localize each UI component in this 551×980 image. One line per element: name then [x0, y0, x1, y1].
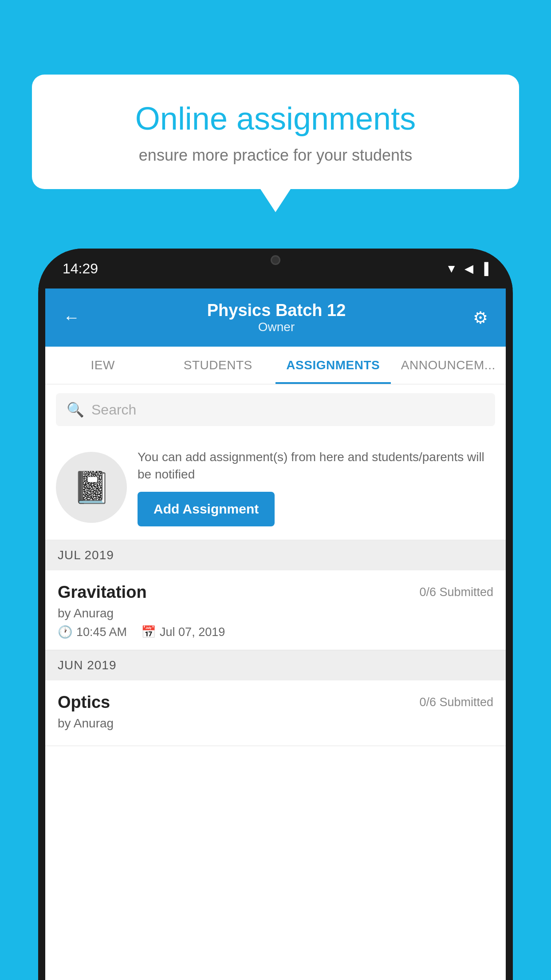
promo-icon-circle: 📓	[56, 452, 127, 523]
phone-device: 14:29 ▼ ◀ ▐ ← Physics Batch 12 Owner ⚙ I…	[38, 249, 513, 980]
assignment-top-row: Gravitation 0/6 Submitted	[58, 583, 493, 602]
bubble-subtitle: ensure more practice for your students	[63, 146, 488, 165]
calendar-icon: 📅	[141, 625, 156, 639]
app-header: ← Physics Batch 12 Owner ⚙	[45, 288, 506, 347]
promo-text: You can add assignment(s) from here and …	[138, 448, 495, 483]
time-value-gravitation: 10:45 AM	[76, 625, 127, 639]
search-bar-container: 🔍 Search	[45, 384, 506, 435]
meta-date-gravitation: 📅 Jul 07, 2019	[141, 625, 225, 639]
search-placeholder: Search	[91, 402, 136, 418]
wifi-icon: ▼	[446, 262, 457, 276]
assignment-item-gravitation[interactable]: Gravitation 0/6 Submitted by Anurag 🕐 10…	[45, 570, 506, 650]
tab-announcements[interactable]: ANNOUNCEM...	[391, 347, 506, 384]
signal-icon: ◀	[464, 262, 473, 276]
notebook-icon: 📓	[72, 469, 111, 506]
speech-bubble: Online assignments ensure more practice …	[32, 75, 519, 189]
header-subtitle: Owner	[207, 320, 346, 334]
meta-time-gravitation: 🕐 10:45 AM	[58, 625, 127, 639]
tab-students[interactable]: STUDENTS	[161, 347, 276, 384]
tabs-bar: IEW STUDENTS ASSIGNMENTS ANNOUNCEM...	[45, 347, 506, 384]
date-value-gravitation: Jul 07, 2019	[160, 625, 225, 639]
bubble-title: Online assignments	[63, 101, 488, 136]
assignment-by-optics: by Anurag	[58, 716, 493, 731]
clock-icon: 🕐	[58, 625, 73, 639]
promo-content: You can add assignment(s) from here and …	[138, 448, 495, 526]
assignment-promo: 📓 You can add assignment(s) from here an…	[45, 435, 506, 540]
status-time: 14:29	[63, 261, 98, 277]
month-header-jun: JUN 2019	[45, 650, 506, 680]
assignment-meta-gravitation: 🕐 10:45 AM 📅 Jul 07, 2019	[58, 625, 493, 639]
assignment-by-gravitation: by Anurag	[58, 606, 493, 620]
status-bar: 14:29 ▼ ◀ ▐	[38, 249, 513, 288]
back-button[interactable]: ←	[63, 308, 80, 327]
tab-assignments[interactable]: ASSIGNMENTS	[276, 347, 391, 384]
search-bar[interactable]: 🔍 Search	[56, 393, 495, 426]
search-icon: 🔍	[67, 401, 84, 418]
assignment-item-optics[interactable]: Optics 0/6 Submitted by Anurag	[45, 680, 506, 746]
add-assignment-button[interactable]: Add Assignment	[138, 492, 275, 526]
assignment-submitted-gravitation: 0/6 Submitted	[419, 585, 493, 599]
assignment-name-gravitation: Gravitation	[58, 583, 147, 602]
month-header-jul: JUL 2019	[45, 540, 506, 570]
assignment-name-optics: Optics	[58, 693, 110, 712]
tab-iew[interactable]: IEW	[45, 347, 161, 384]
phone-notch	[249, 249, 302, 272]
app-screen: ← Physics Batch 12 Owner ⚙ IEW STUDENTS …	[45, 288, 506, 980]
camera	[271, 255, 280, 265]
status-icons: ▼ ◀ ▐	[446, 262, 488, 276]
settings-icon[interactable]: ⚙	[473, 308, 488, 328]
assignment-submitted-optics: 0/6 Submitted	[419, 695, 493, 709]
battery-icon: ▐	[480, 262, 488, 276]
header-center: Physics Batch 12 Owner	[207, 301, 346, 334]
assignment-top-row-optics: Optics 0/6 Submitted	[58, 693, 493, 712]
header-title: Physics Batch 12	[207, 301, 346, 320]
